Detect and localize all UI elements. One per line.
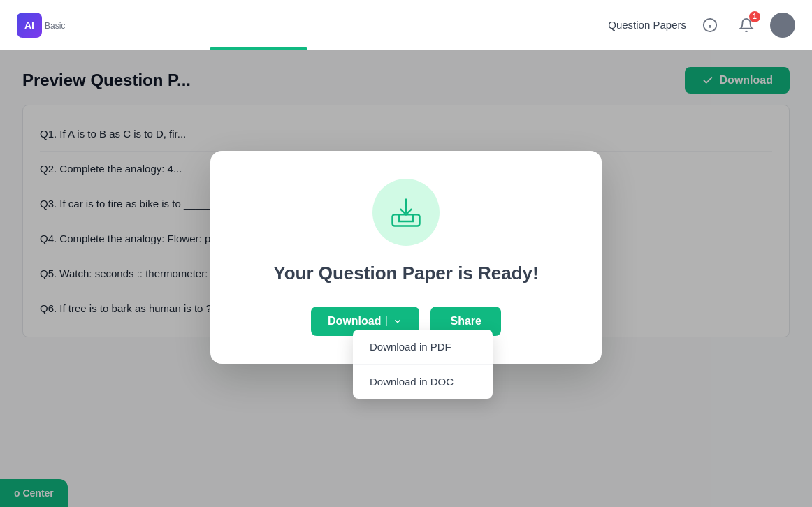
brand: AI Basic: [17, 13, 65, 38]
modal-share-label: Share: [450, 315, 481, 327]
modal-title: Your Question Paper is Ready!: [244, 263, 568, 284]
user-avatar[interactable]: [770, 13, 795, 38]
navbar-right: Question Papers 1: [608, 13, 795, 38]
brand-sub-text: Basic: [45, 21, 65, 31]
notification-button[interactable]: 1: [734, 13, 759, 38]
download-doc-item[interactable]: Download in DOC: [353, 365, 493, 399]
brand-logo-text: AI: [24, 20, 34, 31]
notification-badge: 1: [749, 11, 760, 22]
download-dropdown-toggle[interactable]: [386, 316, 403, 326]
question-papers-link[interactable]: Question Papers: [608, 19, 686, 31]
download-pdf-item[interactable]: Download in PDF: [353, 330, 493, 365]
modal-icon: [372, 179, 440, 246]
modal-download-label: Download: [328, 315, 381, 328]
brand-logo: AI: [17, 13, 42, 38]
svg-rect-3: [393, 214, 420, 226]
info-icon-button[interactable]: [697, 13, 723, 38]
page-content: Preview Question P... Download Q1. If A …: [0, 50, 812, 507]
download-dropdown-menu: Download in PDF Download in DOC: [353, 330, 493, 399]
navbar: AI Basic Question Papers 1: [0, 0, 812, 50]
